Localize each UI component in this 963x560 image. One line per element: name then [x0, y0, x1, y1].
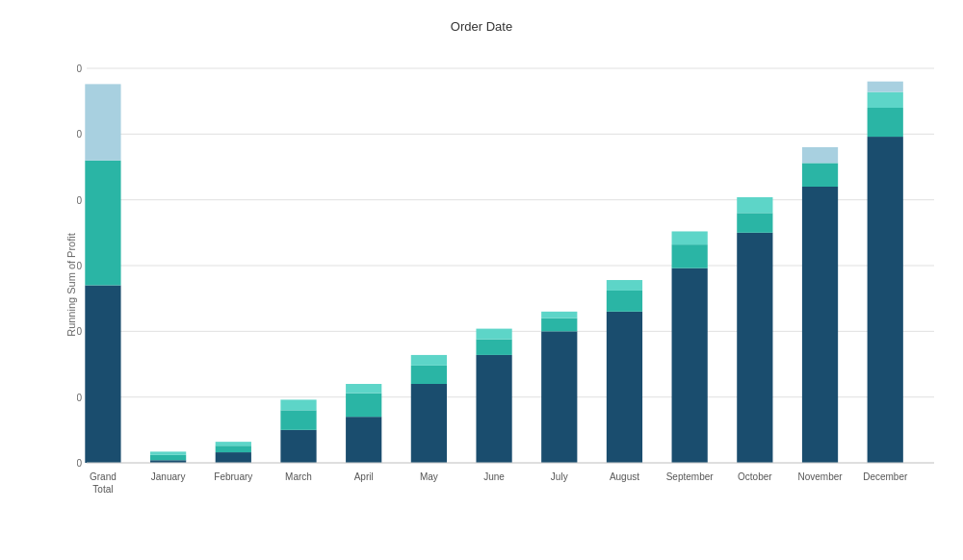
- svg-rect-55: [737, 233, 772, 463]
- svg-rect-51: [672, 268, 708, 463]
- svg-rect-33: [346, 384, 381, 394]
- svg-text:Total: Total: [92, 484, 113, 495]
- svg-text:December: December: [863, 471, 908, 482]
- svg-rect-60: [802, 163, 838, 187]
- svg-rect-47: [607, 312, 642, 463]
- svg-text:$150,000: $150,000: [77, 261, 82, 271]
- svg-rect-43: [541, 331, 577, 463]
- svg-text:$200,000: $200,000: [77, 195, 82, 206]
- svg-text:January: January: [151, 471, 186, 482]
- svg-rect-14: [85, 286, 120, 464]
- svg-rect-40: [476, 340, 511, 355]
- svg-text:October: October: [738, 471, 772, 482]
- chart-container: Order Date Running Sum of Profit $0$50,0…: [0, 0, 963, 560]
- svg-rect-37: [411, 355, 447, 366]
- svg-rect-31: [346, 417, 381, 463]
- svg-text:May: May: [420, 471, 438, 482]
- svg-rect-59: [802, 187, 838, 463]
- svg-rect-32: [346, 394, 381, 418]
- svg-text:April: April: [354, 471, 374, 482]
- svg-rect-29: [280, 399, 316, 410]
- svg-rect-20: [150, 455, 186, 460]
- svg-text:August: August: [610, 471, 639, 482]
- svg-rect-49: [607, 280, 642, 291]
- svg-text:February: February: [214, 471, 252, 482]
- svg-rect-27: [280, 430, 316, 463]
- svg-rect-66: [868, 82, 903, 92]
- svg-rect-48: [607, 291, 642, 312]
- chart-area: Running Sum of Profit $0$50,000$100,000$…: [77, 43, 944, 526]
- svg-text:$50,000: $50,000: [77, 393, 82, 403]
- svg-rect-24: [216, 445, 251, 452]
- svg-text:June: June: [483, 471, 505, 482]
- svg-rect-25: [216, 442, 251, 445]
- svg-rect-57: [737, 197, 772, 213]
- svg-rect-64: [868, 108, 903, 137]
- svg-rect-44: [541, 318, 577, 332]
- main-chart: $0$50,000$100,000$150,000$200,000$250,00…: [77, 43, 944, 526]
- svg-text:$250,000: $250,000: [77, 129, 82, 140]
- svg-text:$300,000: $300,000: [77, 64, 82, 74]
- svg-rect-41: [476, 329, 511, 340]
- svg-rect-36: [411, 366, 447, 384]
- svg-rect-52: [672, 244, 708, 268]
- svg-rect-21: [150, 451, 186, 454]
- svg-rect-65: [868, 92, 903, 108]
- svg-rect-56: [737, 213, 772, 233]
- svg-rect-45: [541, 312, 577, 318]
- chart-title: Order Date: [19, 19, 944, 34]
- svg-text:July: July: [551, 471, 568, 482]
- svg-rect-63: [868, 137, 903, 463]
- svg-rect-39: [476, 355, 511, 463]
- svg-text:March: March: [285, 471, 312, 482]
- svg-text:$100,000: $100,000: [77, 326, 82, 337]
- svg-rect-23: [216, 452, 251, 463]
- y-axis-label: Running Sum of Profit: [65, 233, 77, 337]
- svg-rect-35: [411, 384, 447, 463]
- svg-rect-28: [280, 410, 316, 430]
- svg-text:November: November: [797, 471, 843, 482]
- svg-rect-15: [85, 161, 120, 286]
- svg-text:Grand: Grand: [90, 471, 117, 482]
- svg-rect-16: [85, 84, 120, 160]
- svg-rect-53: [672, 231, 708, 244]
- svg-text:September: September: [666, 471, 715, 482]
- svg-text:$0: $0: [77, 458, 82, 469]
- svg-rect-61: [802, 147, 838, 163]
